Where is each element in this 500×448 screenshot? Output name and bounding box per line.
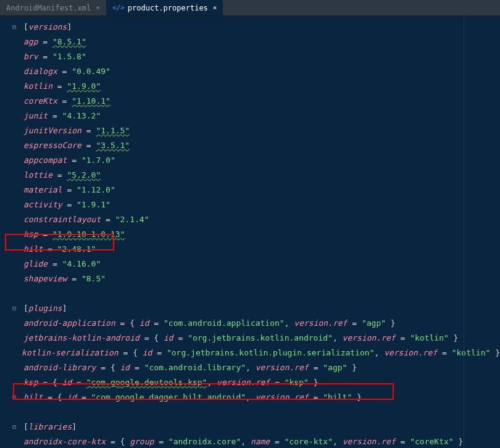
tab-bar: AndroidManifest.xml × </> product.proper…: [0, 0, 500, 16]
close-icon[interactable]: ×: [213, 4, 217, 12]
code-line[interactable]: kotlin-serialization = { id = "org.jetbr…: [5, 346, 500, 360]
code-line[interactable]: dialogx = "0.0.49": [5, 64, 500, 79]
file-icon: </>: [112, 4, 125, 12]
code-editor[interactable]: ⊟[versions] agp = "8.5.1"brv = "1.5.8"di…: [0, 16, 500, 448]
fold-icon[interactable]: ⊟: [12, 20, 16, 35]
fold-icon[interactable]: ⊟: [12, 301, 16, 316]
tab-label: AndroidManifest.xml: [6, 4, 91, 12]
code-line[interactable]: appcompat = "1.7.0": [5, 153, 500, 168]
fold-icon[interactable]: ⊟: [12, 390, 16, 405]
code-line[interactable]: glide = "4.16.0": [5, 257, 500, 272]
code-line[interactable]: android-application = { id = "com.androi…: [5, 316, 500, 331]
code-line[interactable]: android-library = { id = "com.android.li…: [5, 360, 500, 375]
code-line[interactable]: activity = "1.9.1": [5, 197, 500, 212]
code-line[interactable]: hilt = "2.48.1": [5, 242, 500, 257]
code-line[interactable]: espressoCore = "3.5.1": [5, 138, 500, 153]
fold-icon[interactable]: ⊟: [12, 420, 16, 434]
code-line[interactable]: coreKtx = "1.10.1": [5, 94, 500, 109]
close-icon[interactable]: ×: [96, 4, 100, 12]
code-line[interactable]: jetbrains-kotlin-android = { id = "org.j…: [5, 331, 500, 346]
code-line[interactable]: lottie = "5.2.0": [5, 168, 500, 183]
code-line[interactable]: ksp = "1.9.10-1.0.13": [5, 227, 500, 242]
ruler-line: [464, 16, 464, 448]
code-line[interactable]: constraintlayout = "2.1.4": [5, 212, 500, 227]
code-line[interactable]: material = "1.12.0": [5, 183, 500, 197]
code-line[interactable]: kotlin = "1.9.0": [5, 79, 500, 94]
code-line[interactable]: ksp = { id = "com.google.devtools.ksp", …: [5, 375, 500, 390]
code-line[interactable]: ⊟hilt = { id = "com.google.dagger.hilt.a…: [5, 390, 500, 405]
tab-label: product.properties: [128, 4, 208, 12]
code-line[interactable]: junitVersion = "1.1.5": [5, 123, 500, 138]
code-line[interactable]: agp = "8.5.1": [5, 35, 500, 49]
code-line[interactable]: shapeview = "8.5": [5, 272, 500, 286]
tab-product-properties[interactable]: </> product.properties ×: [106, 0, 223, 15]
code-line[interactable]: androidx-core-ktx = { group = "androidx.…: [5, 434, 500, 448]
code-line[interactable]: junit = "4.13.2": [5, 109, 500, 123]
code-line[interactable]: brv = "1.5.8": [5, 49, 500, 64]
tab-androidmanifest[interactable]: AndroidManifest.xml ×: [0, 0, 106, 15]
